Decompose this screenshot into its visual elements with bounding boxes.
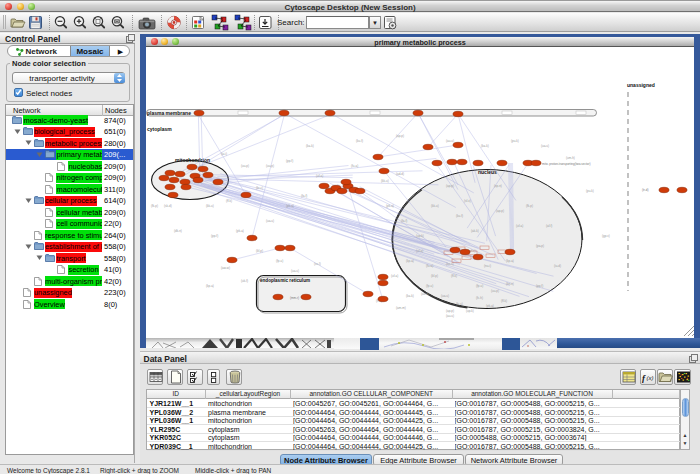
- svg-text:(fu-a): (fu-a): [351, 164, 358, 168]
- svg-text:(kr-c): (kr-c): [256, 186, 263, 190]
- svg-text:(nu-i): (nu-i): [484, 264, 491, 268]
- svg-text:(ak-k): (ak-k): [471, 229, 479, 233]
- svg-text:(fa-f): (fa-f): [301, 194, 307, 198]
- svg-text:(ax-x): (ax-x): [421, 292, 429, 296]
- svg-text:(mm-r): (mm-r): [290, 296, 299, 300]
- svg-text:(kk-u): (kk-u): [381, 179, 389, 183]
- svg-text:(fc-h): (fc-h): [476, 296, 483, 300]
- svg-text:(ki-s): (ki-s): [456, 302, 463, 306]
- svg-text:(uk-f): (uk-f): [241, 279, 248, 283]
- svg-text:(fk-p): (fk-p): [526, 204, 533, 208]
- svg-text:(up-k): (up-k): [416, 234, 424, 238]
- svg-text:(ap-p): (ap-p): [496, 209, 504, 213]
- svg-text:(kp-a): (kp-a): [506, 259, 514, 263]
- svg-text:(fa-f): (fa-f): [401, 219, 407, 223]
- svg-text:(fk-p): (fk-p): [151, 204, 158, 208]
- svg-text:(aw-w): (aw-w): [221, 266, 230, 270]
- svg-text:(ka-k): (ka-k): [406, 294, 414, 298]
- svg-text:(uf-a): (uf-a): [516, 224, 523, 228]
- svg-text:(kn-x): (kn-x): [506, 282, 514, 286]
- svg-text:(fu-a): (fu-a): [426, 264, 433, 268]
- svg-text:(af-f): (af-f): [546, 224, 552, 228]
- svg-text:(kp-a): (kp-a): [406, 259, 414, 263]
- svg-text:(pu-k): (pu-k): [586, 189, 594, 193]
- svg-text:(ai-i): (ai-i): [221, 152, 227, 156]
- svg-text:f: f: [642, 373, 646, 383]
- svg-text:(ua-u): (ua-u): [291, 269, 299, 273]
- svg-text:(ff-k): (ff-k): [226, 199, 232, 203]
- svg-text:(pp-f): (pp-f): [211, 234, 218, 238]
- svg-text:(kk-u): (kk-u): [206, 204, 214, 208]
- svg-text:(fp-u): (fp-u): [426, 284, 433, 288]
- svg-text:plasma membrane: plasma membrane: [147, 110, 191, 116]
- svg-text:(fp-u): (fp-u): [476, 284, 483, 288]
- svg-text:(pa-p): (pa-p): [536, 244, 544, 248]
- svg-text:(uu-p): (uu-p): [491, 289, 499, 293]
- svg-text:(ku-f): (ku-f): [456, 214, 463, 218]
- svg-text:(uu-p): (uu-p): [266, 164, 274, 168]
- svg-text:(dk-n): (dk-n): [174, 229, 182, 233]
- svg-text:(ap-p): (ap-p): [396, 134, 404, 138]
- svg-text:(tr-d): (tr-d): [642, 188, 649, 192]
- svg-text:mito. proton-transporting(two-: mito. proton-transporting(two-sector): [542, 162, 591, 166]
- svg-text:(kp-a): (kp-a): [206, 284, 214, 288]
- svg-text:(am-m): (am-m): [396, 306, 406, 310]
- svg-text:(ff-k): (ff-k): [501, 299, 507, 303]
- svg-text:(kf-p): (kf-p): [256, 249, 263, 253]
- svg-text:(pp-f): (pp-f): [286, 159, 293, 163]
- svg-text:cytoplasm: cytoplasm: [147, 126, 172, 132]
- svg-text:(uf-a): (uf-a): [391, 274, 398, 278]
- svg-text:(gp-v): (gp-v): [602, 234, 610, 238]
- svg-text:(ad-d): (ad-d): [396, 172, 404, 176]
- svg-text:mitochondrion: mitochondrion: [175, 157, 210, 163]
- svg-text:(pu-k): (pu-k): [511, 139, 519, 143]
- svg-text:(kf-p): (kf-p): [431, 274, 438, 278]
- svg-text:(pp-f): (pp-f): [536, 284, 543, 288]
- svg-text:(iu-d): (iu-d): [554, 264, 561, 268]
- svg-text:(uf-a): (uf-a): [316, 174, 323, 178]
- svg-text:(ua-u): (ua-u): [266, 219, 274, 223]
- svg-text:(au-u): (au-u): [446, 314, 454, 318]
- svg-text:(pk-a): (pk-a): [286, 204, 294, 208]
- svg-text:(uf-a): (uf-a): [416, 249, 423, 253]
- svg-text:(ka-k): (ka-k): [481, 144, 489, 148]
- svg-text:(pk-a): (pk-a): [486, 304, 494, 308]
- svg-text:(uu-p): (uu-p): [241, 164, 249, 168]
- svg-text:(ua-u): (ua-u): [441, 294, 449, 298]
- svg-text:(kk-u): (kk-u): [431, 204, 439, 208]
- svg-text:(pk-a): (pk-a): [386, 204, 394, 208]
- svg-text:(x): (x): [646, 375, 653, 381]
- svg-text:(ss-l): (ss-l): [314, 262, 321, 266]
- svg-text:endoplasmic reticulum: endoplasmic reticulum: [260, 278, 310, 283]
- svg-text:(um-h): (um-h): [566, 156, 575, 160]
- svg-text:(ff-k): (ff-k): [451, 274, 457, 278]
- svg-text:(up-k): (up-k): [466, 309, 474, 313]
- svg-text:(fp-u): (fp-u): [276, 259, 283, 263]
- svg-text:(xp-n): (xp-n): [494, 184, 502, 188]
- svg-text:(ua-u): (ua-u): [541, 144, 549, 148]
- svg-text:(sf-x): (sf-x): [464, 199, 471, 203]
- svg-text:(au-u): (au-u): [446, 139, 454, 143]
- svg-text:(pk-a): (pk-a): [236, 229, 244, 233]
- svg-text:(ap-p): (ap-p): [446, 184, 454, 188]
- svg-text:(ap-p): (ap-p): [446, 309, 454, 313]
- svg-text:(ka-k): (ka-k): [306, 144, 314, 148]
- svg-text:(sk-d): (sk-d): [164, 204, 172, 208]
- svg-text:nucleus: nucleus: [478, 169, 497, 175]
- svg-text:unassigned: unassigned: [627, 82, 655, 88]
- svg-text:(ku-f): (ku-f): [356, 139, 363, 143]
